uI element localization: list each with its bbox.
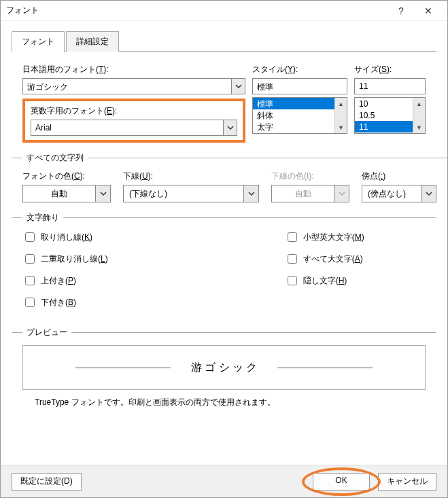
font-dialog: フォント ? ✕ フォント 詳細設定 日本語用のフォント(T): 游ゴシック 英… bbox=[0, 0, 448, 498]
dialog-title: フォント bbox=[6, 5, 387, 16]
double-strike-checkbox[interactable]: 二重取り消し線(L) bbox=[22, 252, 108, 266]
latin-font-label: 英数字用のフォント(E): bbox=[31, 105, 237, 117]
list-item[interactable]: 標準 bbox=[253, 98, 334, 109]
superscript-checkbox[interactable]: 上付き(P) bbox=[22, 274, 108, 287]
chevron-down-icon bbox=[95, 185, 110, 202]
emphasis-dropdown[interactable]: (傍点なし) bbox=[362, 185, 436, 202]
style-label: スタイル(Y): bbox=[252, 64, 347, 75]
ok-button[interactable]: OK bbox=[313, 473, 370, 491]
strike-checkbox[interactable]: 取り消し線(K) bbox=[22, 230, 108, 244]
preview-box: 游 ゴ シ ッ ク bbox=[22, 345, 426, 390]
titlebar: フォント ? ✕ bbox=[1, 1, 447, 21]
list-item[interactable]: 10.5 bbox=[355, 109, 413, 121]
cancel-button[interactable]: キャンセル bbox=[378, 473, 436, 491]
scroll-up-icon: ▲ bbox=[413, 98, 425, 109]
underline-dropdown[interactable]: (下線なし) bbox=[123, 185, 259, 202]
preview-note: TrueType フォントです。印刷と画面表示の両方で使用されます。 bbox=[35, 397, 426, 408]
style-input[interactable]: 標準 bbox=[252, 78, 347, 94]
scroll-down-icon: ▼ bbox=[335, 122, 347, 133]
style-listbox[interactable]: 標準 斜体 太字 ▲ ▼ bbox=[252, 97, 347, 134]
dialog-footer: 既定に設定(D) OK キャンセル bbox=[1, 465, 447, 497]
help-icon[interactable]: ? bbox=[387, 5, 415, 16]
allcaps-checkbox[interactable]: すべて大文字(A) bbox=[285, 252, 364, 266]
chevron-down-icon[interactable] bbox=[224, 120, 237, 136]
scrollbar[interactable]: ▲ ▼ bbox=[413, 98, 425, 133]
size-label: サイズ(S): bbox=[354, 64, 426, 75]
underline-color-dropdown: 自動 bbox=[271, 185, 349, 202]
decoration-group: 文字飾り 取り消し線(K) 二重取り消し線(L) 上付き(P) 下付き(B) 小… bbox=[12, 212, 436, 317]
chevron-down-icon bbox=[421, 185, 436, 202]
all-text-group: すべての文字列 フォントの色(C): 自動 下線(U): (下線なし) bbox=[12, 152, 447, 202]
tab-strip: フォント 詳細設定 bbox=[12, 31, 436, 52]
jp-font-combo[interactable]: 游ゴシック bbox=[22, 78, 245, 94]
tab-font[interactable]: フォント bbox=[12, 31, 65, 52]
close-icon[interactable]: ✕ bbox=[415, 5, 442, 16]
list-item[interactable]: 斜体 bbox=[253, 109, 334, 121]
list-item[interactable]: 10 bbox=[355, 98, 413, 109]
hidden-checkbox[interactable]: 隠し文字(H) bbox=[285, 274, 364, 287]
set-default-button[interactable]: 既定に設定(D) bbox=[12, 473, 82, 491]
preview-group: プレビュー 游 ゴ シ ッ ク TrueType フォントです。印刷と画面表示の… bbox=[12, 327, 436, 408]
jp-font-label: 日本語用のフォント(T): bbox=[22, 64, 245, 75]
size-input[interactable]: 11 bbox=[354, 78, 426, 94]
latin-font-combo[interactable]: Arial bbox=[31, 120, 237, 136]
list-item[interactable]: 11 bbox=[355, 121, 413, 132]
list-item[interactable]: 太字 bbox=[253, 121, 334, 132]
scroll-up-icon: ▲ bbox=[335, 98, 347, 109]
chevron-down-icon bbox=[243, 185, 258, 202]
font-color-dropdown[interactable]: 自動 bbox=[22, 185, 111, 202]
scroll-down-icon: ▼ bbox=[413, 122, 425, 133]
tab-advanced[interactable]: 詳細設定 bbox=[66, 31, 119, 52]
preview-sample: 游 ゴ シ ッ ク bbox=[171, 361, 278, 375]
highlighted-latin-font: 英数字用のフォント(E): Arial bbox=[22, 99, 245, 143]
size-listbox[interactable]: 10 10.5 11 ▲ ▼ bbox=[354, 97, 426, 134]
smallcaps-checkbox[interactable]: 小型英大文字(M) bbox=[285, 230, 364, 244]
chevron-down-icon bbox=[334, 185, 349, 202]
subscript-checkbox[interactable]: 下付き(B) bbox=[22, 296, 108, 309]
chevron-down-icon[interactable] bbox=[232, 78, 245, 94]
scrollbar[interactable]: ▲ ▼ bbox=[334, 98, 347, 133]
